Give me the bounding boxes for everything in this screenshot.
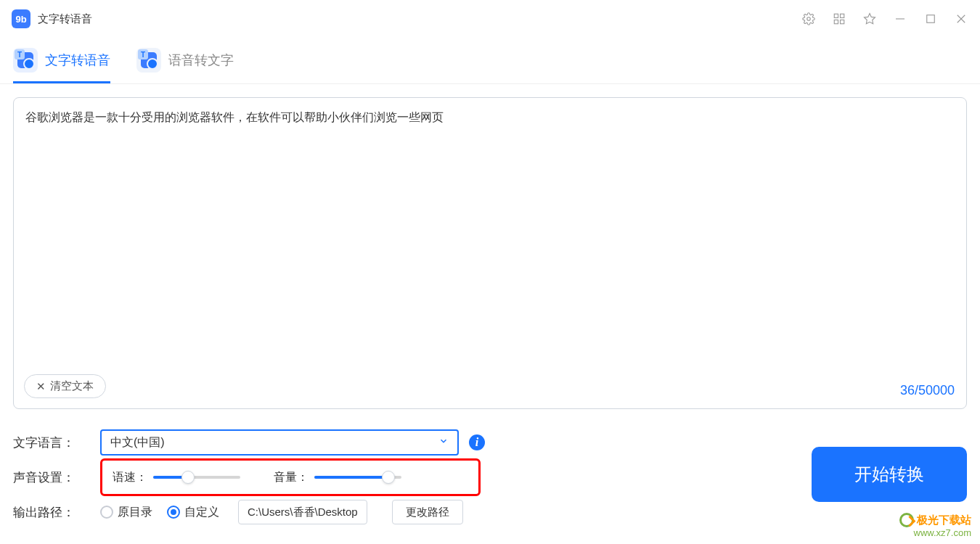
sound-label: 声音设置：	[13, 469, 100, 486]
text-input-box[interactable]: 谷歌浏览器是一款十分受用的浏览器软件，在软件可以帮助小伙伴们浏览一些网页 ✕ 清…	[13, 97, 967, 409]
output-label: 输出路径：	[13, 504, 100, 521]
titlebar: 文字转语音	[0, 0, 980, 38]
tab-tts-label: 文字转语音	[45, 51, 110, 69]
tab-speech-to-text[interactable]: 语音转文字	[136, 37, 234, 83]
tab-stt-label: 语音转文字	[168, 51, 234, 69]
char-counter: 36/50000	[900, 383, 955, 398]
svg-point-0	[807, 17, 811, 21]
radio-original-label: 原目录	[118, 505, 152, 520]
tts-icon	[13, 48, 38, 73]
speed-thumb[interactable]	[181, 471, 195, 484]
chevron-down-icon	[438, 436, 449, 449]
volume-label: 音量：	[274, 470, 309, 485]
svg-rect-7	[927, 15, 935, 23]
watermark-name: 极光下载站	[917, 513, 971, 527]
grid-icon[interactable]	[832, 12, 846, 26]
radio-unchecked-icon	[100, 506, 113, 519]
watermark: 极光下载站 www.xz7.com	[899, 513, 971, 540]
svg-rect-3	[834, 20, 838, 24]
maximize-icon[interactable]	[923, 12, 938, 26]
window-controls	[801, 12, 968, 26]
settings-icon[interactable]	[801, 12, 816, 26]
volume-thumb[interactable]	[382, 471, 395, 484]
text-content: 谷歌浏览器是一款十分受用的浏览器软件，在软件可以帮助小伙伴们浏览一些网页	[25, 108, 955, 127]
volume-fill	[314, 476, 388, 479]
volume-slider[interactable]	[314, 476, 401, 479]
svg-marker-5	[865, 14, 875, 24]
minimize-icon[interactable]	[893, 12, 907, 26]
radio-custom-label: 自定义	[184, 505, 219, 520]
radio-original-dir[interactable]: 原目录	[100, 505, 152, 520]
svg-rect-2	[841, 14, 844, 17]
watermark-url: www.xz7.com	[899, 527, 971, 540]
close-x-icon: ✕	[36, 380, 46, 393]
info-icon[interactable]: i	[469, 434, 485, 450]
output-radio-group: 原目录 自定义 C:\Users\香香\Desktop 更改路径	[100, 500, 463, 524]
sound-settings-highlight: 语速： 音量：	[100, 458, 481, 496]
tab-text-to-speech[interactable]: 文字转语音	[13, 37, 110, 83]
app-logo-icon	[12, 9, 30, 28]
output-path-field[interactable]: C:\Users\香香\Desktop	[238, 500, 367, 524]
speed-slider[interactable]	[153, 476, 240, 479]
svg-rect-1	[834, 14, 838, 17]
tabs: 文字转语音 语音转文字	[0, 38, 980, 84]
star-icon[interactable]	[862, 12, 877, 26]
speed-group: 语速：	[113, 470, 240, 485]
language-value: 中文(中国)	[110, 435, 438, 450]
volume-group: 音量：	[274, 470, 401, 485]
close-icon[interactable]	[954, 12, 968, 26]
content-area: 谷歌浏览器是一款十分受用的浏览器软件，在软件可以帮助小伙伴们浏览一些网页 ✕ 清…	[0, 84, 980, 422]
app-title: 文字转语音	[38, 12, 92, 26]
change-path-button[interactable]: 更改路径	[392, 500, 463, 524]
watermark-logo-icon	[899, 513, 914, 527]
language-select[interactable]: 中文(中国)	[100, 429, 459, 456]
clear-label: 清空文本	[50, 379, 94, 393]
radio-checked-icon	[167, 506, 180, 519]
svg-rect-4	[841, 20, 844, 24]
clear-text-button[interactable]: ✕ 清空文本	[24, 374, 106, 398]
radio-custom-dir[interactable]: 自定义	[167, 505, 219, 520]
speed-label: 语速：	[113, 470, 147, 485]
language-label: 文字语言：	[13, 434, 100, 451]
start-convert-button[interactable]: 开始转换	[812, 447, 967, 502]
stt-icon	[136, 48, 161, 73]
